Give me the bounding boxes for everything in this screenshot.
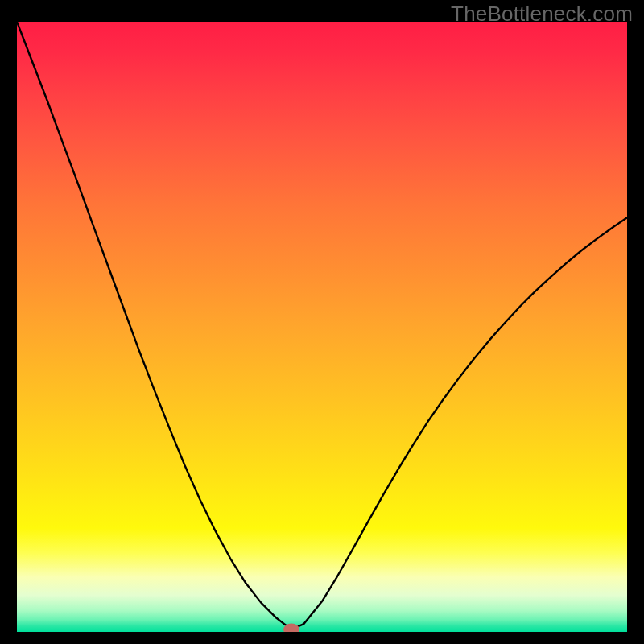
- plot-area: [17, 22, 627, 632]
- minimum-marker: [283, 623, 299, 632]
- chart-frame: TheBottleneck.com: [0, 0, 644, 644]
- bottleneck-curve: [17, 22, 627, 632]
- watermark-text: TheBottleneck.com: [451, 2, 633, 27]
